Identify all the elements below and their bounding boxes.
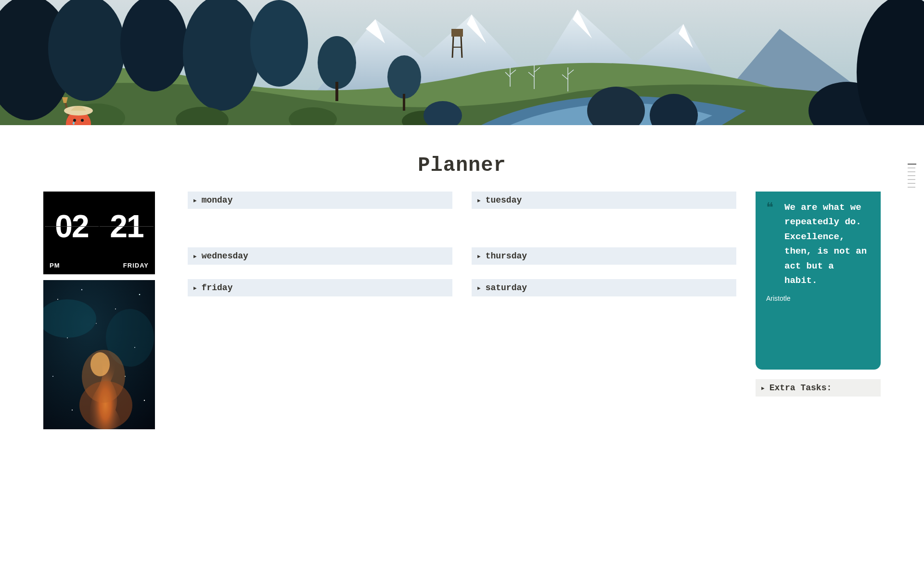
toggle-wednesday[interactable]: ▶ wednesday bbox=[188, 247, 452, 265]
toc-line[interactable] bbox=[908, 164, 916, 165]
svg-point-9 bbox=[250, 0, 308, 87]
page-icon[interactable] bbox=[55, 96, 99, 125]
table-of-contents-minimap[interactable] bbox=[908, 164, 916, 188]
svg-point-42 bbox=[96, 323, 97, 324]
day-label: tuesday bbox=[486, 195, 522, 205]
svg-point-6 bbox=[48, 0, 125, 101]
svg-point-27 bbox=[81, 119, 84, 122]
disclosure-triangle-icon: ▶ bbox=[193, 197, 197, 204]
day-label: thursday bbox=[486, 251, 527, 261]
svg-point-49 bbox=[90, 352, 110, 376]
svg-point-8 bbox=[183, 0, 260, 111]
svg-point-41 bbox=[144, 400, 145, 401]
quote-text: We are what we repeatedly do. Excellence… bbox=[784, 200, 870, 288]
svg-point-10 bbox=[318, 36, 356, 89]
disclosure-triangle-icon: ▶ bbox=[477, 285, 481, 291]
quote-widget: ❝ We are what we repeatedly do. Excellen… bbox=[756, 192, 881, 370]
clock-widget: 02 21 PM FRIDAY bbox=[43, 192, 155, 274]
disclosure-triangle-icon: ▶ bbox=[477, 197, 481, 204]
toggle-thursday[interactable]: ▶ thursday bbox=[472, 247, 736, 265]
toc-line[interactable] bbox=[908, 183, 915, 184]
disclosure-triangle-icon: ▶ bbox=[477, 253, 481, 259]
svg-point-44 bbox=[72, 410, 73, 410]
extra-tasks-label: Extra Tasks: bbox=[770, 383, 832, 393]
toggle-friday[interactable]: ▶ friday bbox=[188, 279, 452, 296]
svg-rect-1 bbox=[451, 29, 463, 37]
toc-line[interactable] bbox=[908, 187, 915, 188]
disclosure-triangle-icon: ▶ bbox=[193, 285, 197, 291]
svg-rect-13 bbox=[403, 94, 405, 111]
svg-point-34 bbox=[57, 299, 58, 300]
toc-line[interactable] bbox=[908, 179, 915, 180]
disclosure-triangle-icon: ▶ bbox=[193, 253, 197, 259]
clock-meridiem: PM bbox=[50, 262, 60, 269]
quote-author: Aristotle bbox=[766, 295, 870, 302]
day-label: friday bbox=[202, 283, 233, 293]
clock-weekday: FRIDAY bbox=[123, 262, 149, 269]
toggle-saturday[interactable]: ▶ saturday bbox=[472, 279, 736, 296]
toggle-extra-tasks[interactable]: ▶ Extra Tasks: bbox=[756, 379, 881, 397]
svg-point-36 bbox=[115, 308, 116, 309]
svg-point-48 bbox=[79, 381, 132, 429]
day-label: wednesday bbox=[202, 251, 248, 261]
nebula-image bbox=[43, 280, 155, 429]
day-label: monday bbox=[202, 195, 233, 205]
svg-rect-11 bbox=[335, 82, 338, 101]
svg-point-12 bbox=[387, 55, 421, 99]
svg-point-40 bbox=[52, 376, 53, 377]
toggle-monday[interactable]: ▶ monday bbox=[188, 192, 452, 209]
toggle-tuesday[interactable]: ▶ tuesday bbox=[472, 192, 736, 209]
cover-image bbox=[0, 0, 924, 125]
toc-line[interactable] bbox=[908, 175, 915, 176]
toc-line[interactable] bbox=[908, 171, 915, 172]
day-label: saturday bbox=[486, 283, 527, 293]
svg-point-37 bbox=[139, 294, 141, 295]
quote-icon: ❝ bbox=[766, 199, 773, 215]
toc-line[interactable] bbox=[908, 167, 915, 168]
svg-point-35 bbox=[81, 289, 82, 290]
page-title: Planner bbox=[0, 154, 924, 177]
svg-point-28 bbox=[73, 122, 75, 125]
svg-point-26 bbox=[73, 119, 76, 122]
disclosure-triangle-icon: ▶ bbox=[761, 385, 765, 391]
clock-hour: 02 bbox=[45, 193, 100, 259]
clock-minute: 21 bbox=[100, 193, 154, 259]
